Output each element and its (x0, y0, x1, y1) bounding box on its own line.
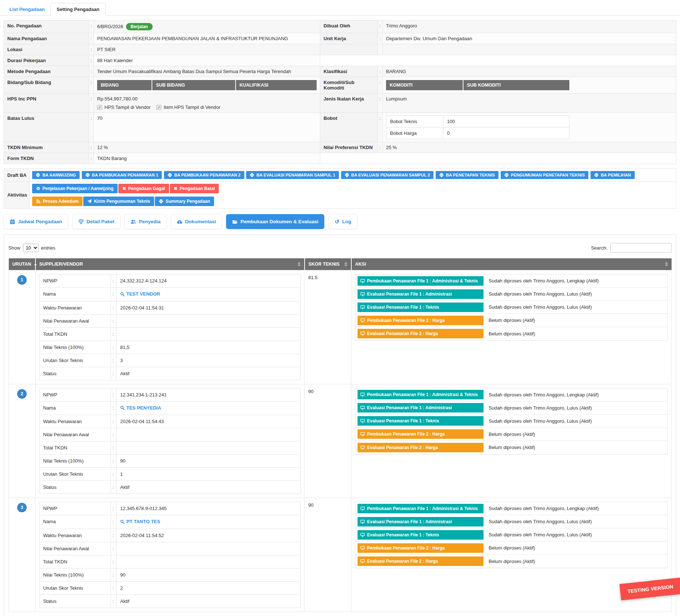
field-label: HPS Inc PPN (4, 94, 89, 113)
monitor-icon (360, 305, 365, 309)
action-button[interactable]: Evaluasi Penawaran File 1 : Teknis (358, 530, 484, 540)
column-header-skor-teknis[interactable]: SKOR TEKNIS (305, 258, 351, 270)
pengadaan-batal-button[interactable]: ✖Pengadaan Batal (170, 184, 219, 193)
pengadaan-gagal-button[interactable]: ✖Pengadaan Gagal (118, 184, 169, 193)
field-value: 81,5 (116, 341, 301, 354)
field-label: TKDN Minimum (4, 142, 89, 153)
ba-pembukaan-penawaran-1-button[interactable]: BA PEMBUKAAN PENAWARAN 1 (82, 171, 162, 179)
search-icon (120, 292, 125, 296)
monitor-icon (360, 406, 365, 410)
aksi-row: Evaluasi Penawaran File 1 : TeknisSudah … (355, 415, 667, 428)
action-button[interactable]: Pembukaan Penawaran File 1 : Administras… (358, 276, 484, 286)
field-label: Nilai Teknis (100%) (39, 341, 111, 354)
proses-adendum-button[interactable]: Proses Adendum (32, 197, 83, 206)
action-button[interactable]: Pembukaan Penawaran File 2 : Harga (358, 429, 484, 439)
procurement-info-table: No. Pengadaan : 6/BRG/2026Berjalan Dibua… (4, 20, 676, 164)
action-button[interactable]: Evaluasi Penawaran File 2 : Harga (358, 556, 484, 566)
bobot-table: Bobot Teknis100 Bobot Harga0 (386, 115, 569, 139)
field-label: Total TKDN (39, 555, 111, 568)
printer-icon (85, 173, 90, 177)
draft-ba-aktivitas-table: Draft BA BA AANWIJZING BA PEMBUKAAN PENA… (4, 168, 676, 209)
entries-label: entries (41, 245, 56, 251)
penjelasan-pekerjaan-button[interactable]: ⚙Penjelasan Pekerjaan / Aanwijzing (32, 184, 118, 193)
printer-icon (594, 173, 599, 177)
field-label: Nama (39, 401, 111, 415)
field-label: Bobot Teknis (386, 116, 443, 128)
monitor-icon (360, 279, 365, 283)
column-header-urutan[interactable]: URUTAN (9, 258, 35, 270)
pengumuman-penetapan-teknis-button[interactable]: PENGUMUMAN PENETAPAN TEKNIS (501, 171, 589, 179)
field-value: Aktif (116, 481, 301, 494)
evaluation-panel: Show 10 entries Search: URUTAN SUPPLIER/… (4, 235, 676, 616)
folder-open-icon (232, 219, 237, 224)
action-button[interactable]: Pembukaan Penawaran File 1 : Administras… (358, 390, 484, 399)
action-button[interactable]: Evaluasi Penawaran File 1 : Teknis (358, 416, 484, 426)
action-button[interactable]: Evaluasi Penawaran File 1 : Administrasi (358, 403, 484, 412)
ba-aanwijzing-button[interactable]: BA AANWIJZING (32, 171, 80, 179)
column-header-supplier[interactable]: SUPPLIER/VENDOR (35, 258, 305, 270)
nav-penyedia[interactable]: Penyedia (125, 214, 167, 229)
action-button[interactable]: Pembukaan Penawaran File 2 : Harga (358, 316, 484, 325)
checkbox-label: HPS Tampil di Vendor (104, 104, 150, 110)
ba-evaluasi-sampul-2-button[interactable]: BA EVALUASI PENAWARAN SAMPUL 2 (341, 171, 434, 179)
page-length-select[interactable]: 10 (23, 244, 39, 252)
ba-penetapan-teknis-button[interactable]: BA PENETAPAN TEKNIS (436, 171, 498, 179)
aksi-row: Evaluasi Penawaran File 1 : TeknisSudah … (355, 301, 667, 314)
field-label: Waktu Penawaran (39, 529, 111, 542)
action-button[interactable]: Pembukaan Penawaran File 2 : Harga (358, 543, 484, 553)
action-status: Belum diproses (Aktif) (489, 317, 535, 323)
action-button[interactable]: Evaluasi Penawaran File 2 : Harga (358, 329, 484, 338)
field-value: Aktif (116, 367, 301, 380)
field-label: Nilai Preferensi TKDN (320, 142, 378, 153)
nav-detail-paket[interactable]: Detail Paket (72, 214, 121, 229)
summary-pengadaan-button[interactable]: Summary Pengadaan (155, 197, 214, 206)
monitor-icon (360, 318, 365, 323)
action-button[interactable]: Pembukaan Penawaran File 1 : Administras… (358, 504, 484, 513)
column-header: KOMODITI (386, 80, 463, 90)
printer-icon (36, 173, 40, 177)
urutan-badge: 2 (17, 389, 27, 399)
nav-dokumentasi[interactable]: Dokumentasi (171, 214, 222, 229)
ba-pemilihan-button[interactable]: BA PEMILIHAN (591, 171, 635, 179)
column-header: BIDANG (97, 80, 152, 90)
ba-pembukaan-penawaran-2-button[interactable]: BA PEMBUKAAN PENAWARAN 2 (164, 171, 244, 179)
field-value: 12 % (94, 142, 320, 153)
action-status: Belum diproses (Aktif) (489, 559, 535, 564)
action-button[interactable]: Evaluasi Penawaran File 2 : Harga (358, 443, 484, 452)
action-button[interactable]: Evaluasi Penawaran File 1 : Administrasi (358, 289, 484, 299)
column-header-aksi[interactable]: AKSI (351, 258, 672, 270)
checkbox-item-hps-tampil: ✓ (156, 105, 161, 110)
column-header: SUB KOMODITI (463, 80, 569, 90)
tab-list-pengadaan[interactable]: List Pengadaan (4, 3, 50, 15)
vendor-detail-table: NPWP:12.341.234.1-213.241 Nama:TES PENYE… (39, 388, 301, 494)
nav-jadwal-pengadaan[interactable]: Jadwal Pengadaan (4, 214, 68, 229)
sort-icon (665, 262, 668, 266)
aksi-row: Evaluasi Penawaran File 1 : Administrasi… (355, 515, 667, 528)
action-button[interactable]: Evaluasi Penawaran File 1 : Teknis (358, 303, 484, 312)
kirim-pengumuman-teknis-button[interactable]: Kirim Pengumuman Teknis (83, 197, 154, 206)
vendor-name-link[interactable]: TES PENYEDIA (120, 405, 161, 411)
field-label: Nama (39, 288, 111, 301)
monitor-icon (360, 392, 365, 397)
nav-log[interactable]: ↺Log (328, 214, 357, 229)
monitor-icon (360, 432, 365, 436)
action-status: Belum diproses (Aktif) (489, 445, 535, 450)
aksi-row: Evaluasi Penawaran File 1 : Administrasi… (355, 402, 667, 415)
vendor-name-link[interactable]: PT TANTO TES (120, 519, 160, 524)
action-status: Sudah diproses oleh Trimo Anggoro, Lulus… (489, 291, 592, 297)
field-label: Waktu Penawaran (39, 301, 111, 314)
nav-pembukaan-dokumen-evaluasi[interactable]: Pembukaan Dokumen & Evaluasi (226, 214, 324, 229)
action-button[interactable]: Evaluasi Penawaran File 1 : Administrasi (358, 517, 484, 526)
field-value: 25 % (383, 142, 676, 153)
vendor-name-link[interactable]: TEST VENDOR (120, 291, 160, 297)
tab-setting-pengadaan[interactable]: Setting Pengadaan (50, 3, 106, 16)
aksi-row: Pembukaan Penawaran File 2 : HargaBelum … (355, 428, 667, 441)
action-status: Sudah diproses oleh Trimo Anggoro, Lengk… (489, 278, 599, 284)
printer-icon (159, 199, 163, 204)
search-icon (120, 520, 125, 524)
field-label: Status (39, 367, 111, 380)
ba-evaluasi-sampul-1-button[interactable]: BA EVALUASI PENAWARAN SAMPUL 1 (246, 171, 339, 179)
x-icon: ✖ (174, 186, 177, 191)
search-input[interactable] (610, 243, 672, 252)
field-label: Unit Kerja (320, 33, 378, 44)
